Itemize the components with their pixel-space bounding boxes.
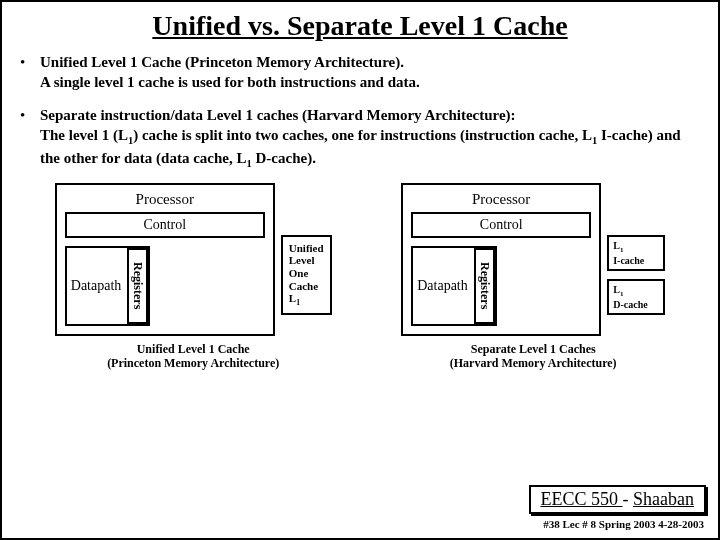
dash: - (623, 489, 634, 509)
uc-l5b: 1 (296, 299, 300, 308)
bullet-1: • Unified Level 1 Cache (Princeton Memor… (20, 52, 700, 93)
datapath-box: Datapath Registers (411, 246, 497, 326)
processor-box-right: Processor Control Datapath Registers (401, 183, 601, 336)
control-box: Control (65, 212, 265, 238)
processor-box-left: Processor Control Datapath Registers (55, 183, 275, 336)
datapath-row: Datapath Registers (411, 246, 591, 326)
footer-badge: EECC 550 - Shaaban (529, 485, 707, 514)
uc-l1: Unified (289, 242, 324, 255)
diagram-row: Processor Control Datapath Registers Uni… (20, 183, 700, 371)
registers-box: Registers (127, 248, 148, 324)
uc-l4: Cache (289, 280, 324, 293)
slide-frame: Unified vs. Separate Level 1 Cache • Uni… (0, 0, 720, 540)
bullet-dot: • (20, 105, 40, 172)
datapath-label: Datapath (67, 248, 126, 324)
bullet-1-bold: Unified Level 1 Cache (Princeton Memory … (40, 54, 404, 70)
datapath-box: Datapath Registers (65, 246, 151, 326)
cap-left-b: (Princeton Memory Architecture) (107, 356, 279, 370)
bullet-1-rest: A single level 1 cache is used for both … (40, 74, 420, 90)
d-cache-box: L1 D-cache (607, 279, 665, 315)
footer-meta: #38 Lec # 8 Spring 2003 4-28-2003 (543, 518, 704, 530)
i-cache-box: L1 I-cache (607, 235, 665, 271)
uc-l2: Level (289, 254, 324, 267)
author-name: Shaaban (633, 489, 694, 509)
cap-right-b: (Harvard Memory Architecture) (450, 356, 617, 370)
bullet-dot: • (20, 52, 40, 93)
uc-l3: One (289, 267, 324, 280)
bullet-2-text: Separate instruction/data Level 1 caches… (40, 105, 700, 172)
dc-c: D-cache (613, 299, 647, 310)
ic-a: L (613, 240, 620, 251)
dc-b: 1 (620, 290, 624, 298)
processor-label: Processor (411, 191, 591, 208)
datapath-label: Datapath (413, 248, 472, 324)
unified-cache-box: Unified Level One Cache L1 (281, 235, 332, 315)
caption-right: Separate Level 1 Caches (Harvard Memory … (450, 342, 617, 371)
cap-right-a: Separate Level 1 Caches (471, 342, 596, 356)
caption-left: Unified Level 1 Cache (Princeton Memory … (107, 342, 279, 371)
unified-diagram: Processor Control Datapath Registers Uni… (55, 183, 332, 371)
bullet-list: • Unified Level 1 Cache (Princeton Memor… (20, 52, 700, 171)
separate-diagram: Processor Control Datapath Registers L1 … (401, 183, 665, 371)
datapath-row: Datapath Registers (65, 246, 265, 326)
ic-b: 1 (620, 246, 624, 254)
cap-left-a: Unified Level 1 Cache (137, 342, 250, 356)
processor-label: Processor (65, 191, 265, 208)
ic-c: I-cache (613, 255, 644, 266)
bullet-1-text: Unified Level 1 Cache (Princeton Memory … (40, 52, 700, 93)
b2b: ) cache is split into two caches, one fo… (133, 127, 592, 143)
bullet-2-bold: Separate instruction/data Level 1 caches… (40, 107, 516, 123)
b2a: The level 1 (L (40, 127, 128, 143)
cache-stack: L1 I-cache L1 D-cache (607, 235, 665, 315)
registers-box: Registers (474, 248, 495, 324)
control-box: Control (411, 212, 591, 238)
slide-title: Unified vs. Separate Level 1 Cache (20, 10, 700, 42)
dc-a: L (613, 284, 620, 295)
course-code: EECC 550 (541, 489, 623, 509)
bullet-2: • Separate instruction/data Level 1 cach… (20, 105, 700, 172)
b2d: D-cache). (252, 150, 316, 166)
